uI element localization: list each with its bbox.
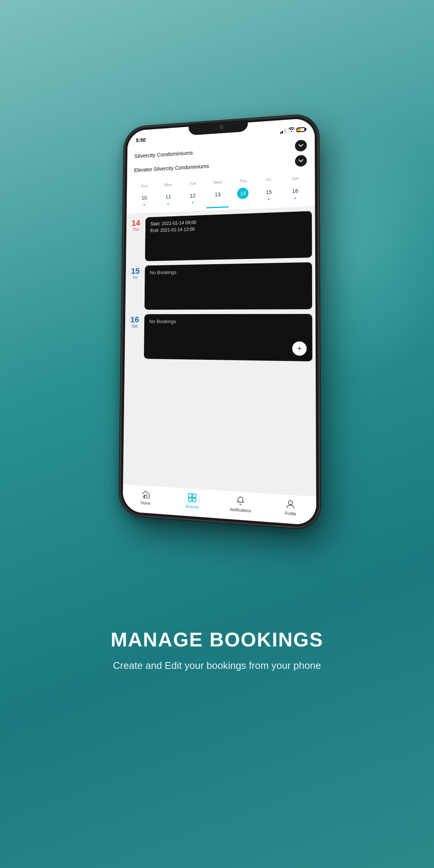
nav-item-home[interactable]: Home [123,489,169,507]
sub-title: Create and Edit your bookings from your … [111,659,324,672]
home-icon [142,490,150,500]
nav-item-notifications[interactable]: Notifications [216,495,265,514]
cal-date-10[interactable]: 10 [132,190,156,207]
cal-day-tue: Tue [180,180,205,186]
svg-rect-3 [193,498,196,502]
bottom-section: MANAGE BOOKINGS Create and Edit your boo… [80,628,354,672]
nav-label-amenity: Amenity [185,504,199,509]
booking-row-15: 15 Fri No Bookings [128,262,312,310]
amenity-icon [188,493,196,504]
status-icons [280,126,305,134]
booking-card-15[interactable]: No Bookings [144,262,312,310]
cal-date-13[interactable]: 13 [205,187,230,204]
nav-label-notifications: Notifications [230,507,251,513]
phone-frame: 5:50 [120,115,320,529]
svg-point-4 [289,500,293,504]
booking-row-16: 16 Sat No Bookings + [128,314,313,362]
notch-camera [219,125,224,129]
cal-day-mon: Mon [156,182,180,188]
notifications-icon [236,496,244,507]
cal-day-fri: Fri [256,177,282,182]
nav-item-profile[interactable]: Profile [265,498,316,518]
booking-date-label-16: 16 Sat [128,314,142,328]
booking-card-16[interactable]: No Bookings + [144,314,313,362]
no-bookings-15: No Bookings [150,267,306,275]
svg-rect-0 [188,493,192,497]
amenity-dropdown-btn[interactable] [295,155,307,167]
cal-date-15[interactable]: 15 [256,184,282,202]
nav-item-amenity[interactable]: Amenity [169,491,216,510]
booking-date-label-15: 15 Fri [129,266,142,280]
booking-row-14: 14 Thu Start: 2021-01-14 09:00 End: 2021… [129,211,312,262]
cal-day-thu: Thu [230,178,256,184]
cal-date-14[interactable]: 14 [230,185,256,203]
cal-day-sun: Sun [132,183,156,189]
wifi-icon [288,127,294,133]
phone-wrapper: 5:50 [72,23,362,613]
profile-icon [286,499,294,511]
cal-date-12[interactable]: 12 [180,188,205,206]
main-title: MANAGE BOOKINGS [111,628,324,651]
nav-label-profile: Profile [285,511,296,516]
booking-card-14[interactable]: Start: 2021-01-14 09:00 End: 2021-01-14 … [145,211,312,261]
signal-icon [280,128,286,134]
battery-icon [297,127,305,132]
app-content: Silvercity Condominiums Elevator Silverc… [123,134,316,525]
cal-date-16[interactable]: 16 [282,183,309,201]
calendar-indicator [206,206,229,208]
add-booking-btn[interactable]: + [292,341,307,356]
booking-date-label-14: 14 Thu [129,217,143,231]
cal-day-wed: Wed [205,179,230,185]
svg-rect-1 [193,494,196,498]
svg-rect-2 [188,498,192,501]
no-bookings-16: No Bookings [149,319,306,325]
phone-screen: 5:50 [123,118,316,525]
status-time: 5:50 [136,137,146,144]
property-name: Silvercity Condominiums [134,149,193,159]
nav-label-home: Home [140,501,150,506]
cal-date-11[interactable]: 11 [156,189,180,206]
property-dropdown-btn[interactable] [295,140,307,152]
bookings-list: 14 Thu Start: 2021-01-14 09:00 End: 2021… [123,206,316,496]
cal-day-sat: Sat [282,176,309,182]
amenity-name: Elevator Silvercity Condominiums [134,163,209,173]
